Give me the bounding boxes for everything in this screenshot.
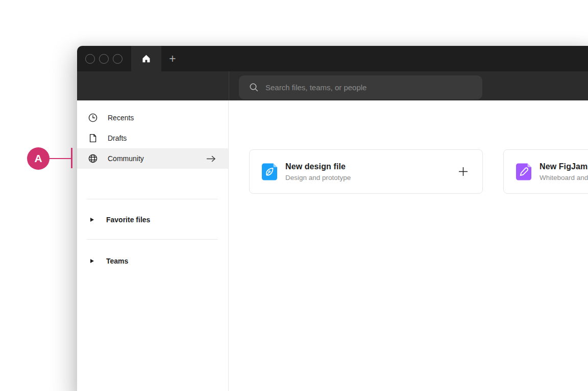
figjam-file-icon <box>514 162 533 181</box>
annotation-connector-line <box>49 158 71 159</box>
card-text: New design file Design and prototype <box>285 162 351 181</box>
tab-home[interactable] <box>131 46 161 71</box>
sidebar-item-drafts[interactable]: Drafts <box>77 128 228 148</box>
window-controls <box>85 46 122 71</box>
figma-app-window: + Recents <box>77 46 588 391</box>
clock-icon <box>88 113 98 123</box>
window-titlebar: + <box>77 46 588 71</box>
card-text: New FigJam file Whiteboard and <box>540 162 588 181</box>
sidebar-divider <box>87 239 218 240</box>
card-title: New design file <box>285 162 351 171</box>
home-icon <box>142 55 151 63</box>
sidebar-item-label: Drafts <box>108 134 127 142</box>
search-bar[interactable] <box>239 75 482 99</box>
new-figjam-file-card[interactable]: New FigJam file Whiteboard and <box>503 149 588 194</box>
sidebar-item-community[interactable]: Community <box>77 148 228 169</box>
section-label: Favorite files <box>106 216 150 224</box>
section-label: Teams <box>106 257 128 265</box>
window-zoom-button[interactable] <box>113 54 122 64</box>
chevron-right-icon <box>90 218 94 222</box>
toolbar-divider <box>229 71 229 100</box>
content-area: Recents Drafts <box>77 100 588 391</box>
card-title: New FigJam file <box>540 162 588 171</box>
sidebar-item-label: Community <box>108 154 144 163</box>
new-tab-button[interactable]: + <box>162 46 183 71</box>
search-input[interactable] <box>265 83 482 92</box>
card-subtitle: Design and prototype <box>285 174 351 181</box>
sidebar-divider <box>87 199 218 199</box>
sidebar-item-label: Recents <box>108 114 134 122</box>
design-file-icon <box>260 162 279 181</box>
new-design-file-card[interactable]: New design file Design and prototype <box>249 149 483 194</box>
sidebar-section-favorite-files[interactable]: Favorite files <box>77 210 228 230</box>
sidebar-item-recents[interactable]: Recents <box>77 108 228 128</box>
main-area: New design file Design and prototype <box>229 100 588 391</box>
window-minimize-button[interactable] <box>99 54 109 64</box>
arrow-right-icon[interactable] <box>206 155 216 163</box>
annotation-connector-endcap <box>71 148 72 168</box>
card-subtitle: Whiteboard and <box>540 174 588 181</box>
sidebar-section-teams[interactable]: Teams <box>77 251 228 271</box>
chevron-right-icon <box>90 259 94 263</box>
draft-icon <box>88 133 98 143</box>
search-icon <box>249 83 259 92</box>
annotation-badge-a: A <box>27 147 50 170</box>
toolbar <box>77 71 588 100</box>
window-close-button[interactable] <box>85 54 95 64</box>
sidebar: Recents Drafts <box>77 100 229 391</box>
plus-icon[interactable] <box>457 166 469 177</box>
globe-icon <box>88 153 98 164</box>
